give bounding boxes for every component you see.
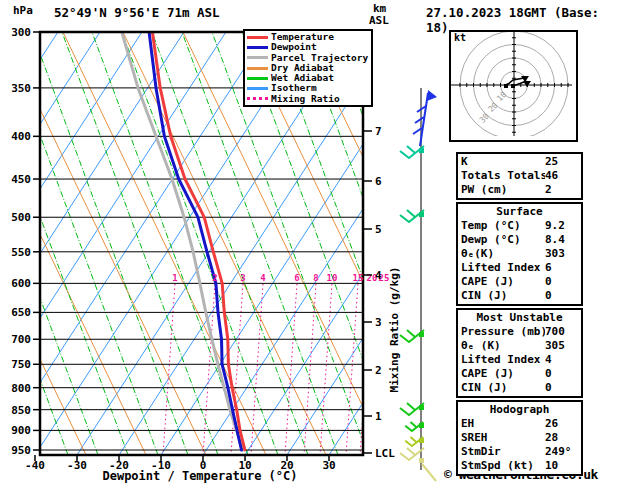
stats-row-label: PW (cm): [461, 183, 545, 197]
stats-row: θₑ(K)303: [461, 247, 578, 261]
stats-row-label: K: [461, 155, 545, 169]
mixing-ratio-labels: 12346810152025: [172, 273, 389, 283]
stats-panel: K25Totals Totals46PW (cm)2: [456, 152, 583, 200]
stats-row-value: 305: [545, 339, 578, 353]
stats-panel-title: Hodograph: [461, 403, 578, 417]
stats-row-value: 8.4: [545, 233, 578, 247]
hodograph-ring-label: 20: [486, 101, 499, 114]
mixing-ratio-label: 2: [212, 273, 217, 283]
mixing-ratio-label: 1: [172, 273, 177, 283]
stats-panel: HodographEH26SREH28StmDir249°StmSpd (kt)…: [456, 400, 583, 476]
stats-row: StmSpd (kt)10: [461, 459, 578, 473]
stats-row: PW (cm)2: [461, 183, 578, 197]
stats-row-value: 2: [545, 183, 578, 197]
stats-row-label: StmSpd (kt): [461, 459, 545, 473]
pressure-tick-label: 300: [11, 26, 31, 39]
stats-row-value: 46: [545, 169, 578, 183]
pressure-tick-label: 850: [11, 404, 31, 417]
wet-adiabat-line: [602, 32, 629, 455]
stats-row: θₑ (K)305: [461, 339, 578, 353]
stats-row-label: Lifted Index: [461, 261, 545, 275]
stats-row-label: Pressure (mb): [461, 325, 545, 339]
mixing-ratio-line: [346, 284, 358, 455]
sounding-chart-page: 3003504004505005506006507007508008509009…: [0, 0, 629, 486]
pressure-tick-label: 400: [11, 130, 31, 143]
km-tick-label: 7: [375, 125, 382, 138]
stats-row-value: 6: [545, 261, 578, 275]
legend-swatch-solid: [247, 36, 268, 39]
stats-row-label: EH: [461, 417, 545, 431]
stats-row-label: θₑ(K): [461, 247, 545, 261]
stats-row-label: SREH: [461, 431, 545, 445]
stats-row: CAPE (J)0: [461, 367, 578, 381]
pressure-axis-unit: hPa: [13, 4, 33, 17]
mixing-ratio-label: 15: [353, 273, 364, 283]
legend-item-label: Mixing Ratio: [271, 94, 340, 104]
legend-swatch-dotted: [247, 97, 268, 100]
stats-panel-title: Surface: [461, 205, 578, 219]
x-axis-title: Dewpoint / Temperature (°C): [60, 469, 340, 483]
km-tick-label: 5: [375, 223, 382, 236]
legend-swatch-solid: [247, 87, 268, 90]
pressure-tick-label: 950: [11, 444, 31, 457]
stats-row-value: 9.2: [545, 219, 578, 233]
legend-item: Mixing Ratio: [247, 94, 369, 104]
stats-row: EH26: [461, 417, 578, 431]
hodograph-unit-label: kt: [454, 32, 466, 43]
legend-swatch-solid: [247, 56, 268, 59]
pressure-tick-label: 500: [11, 211, 31, 224]
stats-row: SREH28: [461, 431, 578, 445]
altitude-axis-unit-asl: ASL: [369, 14, 389, 27]
stats-row-label: CAPE (J): [461, 367, 545, 381]
pressure-tick-label: 700: [11, 333, 31, 346]
lcl-label: LCL: [375, 447, 395, 460]
stats-row-value: 700: [545, 325, 578, 339]
temp-tick-label: -40: [25, 459, 45, 472]
stats-row-value: 26: [545, 417, 578, 431]
stats-row: K25: [461, 155, 578, 169]
wind-barb-column: [400, 88, 437, 481]
pressure-tick-label: 800: [11, 382, 31, 395]
mixing-ratio-label: 10: [327, 273, 338, 283]
stats-row: Dewp (°C)8.4: [461, 233, 578, 247]
wind-barb-flag-icon: [413, 90, 437, 146]
stats-panels: K25Totals Totals46PW (cm)2SurfaceTemp (°…: [456, 152, 583, 478]
stats-row-value: 10: [545, 459, 578, 473]
stats-row-value: 249°: [545, 445, 578, 459]
wind-level-marker: [419, 405, 424, 410]
stats-row-label: CAPE (J): [461, 275, 545, 289]
stats-row: StmDir249°: [461, 445, 578, 459]
stats-row-value: 303: [545, 247, 578, 261]
wind-level-marker: [419, 148, 424, 153]
km-tick-label: 1: [375, 410, 382, 423]
hodograph-panel: kt 102030: [449, 30, 578, 142]
page-title: 52°49'N 9°56'E 71m ASL: [54, 5, 220, 20]
mixing-ratio-label: 3: [240, 273, 245, 283]
legend-swatch-solid: [247, 46, 268, 49]
mixing-ratio-line: [320, 284, 332, 455]
stats-row-label: Dewp (°C): [461, 233, 545, 247]
stats-row-label: Temp (°C): [461, 219, 545, 233]
stats-row-label: CIN (J): [461, 289, 545, 303]
wind-level-marker: [419, 438, 424, 443]
km-tick-label: 6: [375, 175, 382, 188]
stats-row-label: θₑ (K): [461, 339, 545, 353]
wind-level-marker: [419, 423, 424, 428]
mixing-ratio-label: 6: [294, 273, 299, 283]
stats-row: CIN (J)0: [461, 381, 578, 395]
stats-row-label: Totals Totals: [461, 169, 545, 183]
mixing-ratio-label: 4: [260, 273, 266, 283]
legend-swatch-solid: [247, 77, 268, 80]
hodograph-plot: 102030: [451, 32, 572, 136]
pressure-tick-label: 450: [11, 173, 31, 186]
legend-swatch-solid: [247, 67, 268, 70]
stats-row: Totals Totals46: [461, 169, 578, 183]
hodograph-ring-label: 30: [478, 112, 491, 125]
pressure-tick-label: 650: [11, 306, 31, 319]
stats-row: CIN (J)0: [461, 289, 578, 303]
stats-row: Lifted Index6: [461, 261, 578, 275]
stats-row-value: 28: [545, 431, 578, 445]
stats-row-value: 0: [545, 367, 578, 381]
hodograph-square-marker: [511, 84, 515, 88]
legend: TemperatureDewpointParcel TrajectoryDry …: [243, 29, 373, 107]
